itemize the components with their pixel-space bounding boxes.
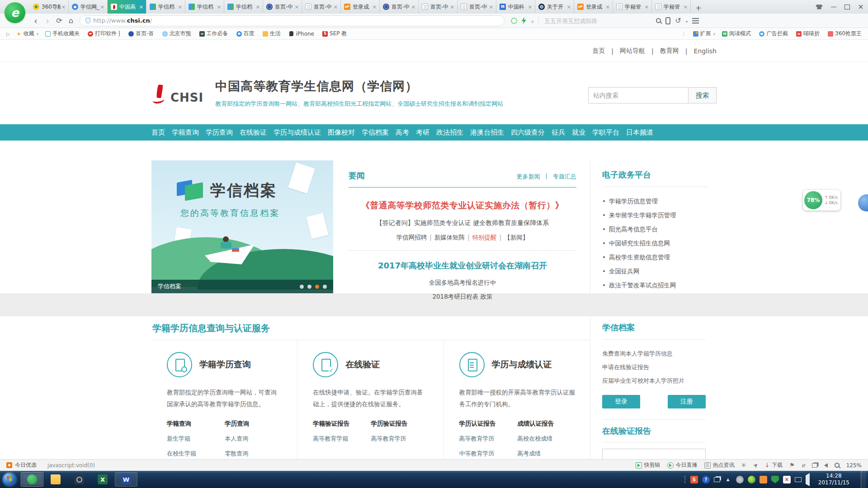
maximize-icon[interactable]	[844, 5, 850, 9]
service-link[interactable]: 高等教育学历	[459, 435, 518, 443]
browser-tab[interactable]: 登录成 ×	[341, 0, 380, 14]
tab-close-icon[interactable]: ×	[683, 4, 689, 10]
status-tool[interactable]: 今日直播	[667, 461, 698, 469]
main-nav-link[interactable]: 考研	[416, 128, 429, 137]
taskbar-app-explorer[interactable]	[44, 472, 67, 487]
rocket-icon[interactable]	[753, 462, 758, 469]
taskbar-app-viewer[interactable]	[68, 472, 90, 487]
topics-link[interactable]: 专题汇总	[553, 173, 576, 181]
tab-close-icon[interactable]: ×	[605, 4, 611, 10]
browser-tab[interactable]: 首页-中 ×	[263, 0, 302, 14]
bookmark-item[interactable]: 工作必备	[199, 30, 230, 38]
bookmark-item[interactable]: SEP 教	[322, 30, 349, 38]
tab-close-icon[interactable]: ×	[138, 4, 144, 10]
taskbar-clock[interactable]: 14:28 2017/11/15	[814, 473, 854, 486]
skin-icon[interactable]	[816, 5, 823, 9]
bookmarks-expand-icon[interactable]	[6, 31, 10, 37]
start-button[interactable]	[3, 473, 16, 486]
browser-tab[interactable]: 首页-中 ×	[458, 0, 496, 14]
site-logo[interactable]: CHSI	[151, 84, 203, 104]
network-icon[interactable]	[795, 477, 802, 482]
bookmark-item[interactable]: 北京市预	[162, 30, 193, 38]
browser-logo-icon[interactable]	[5, 2, 25, 23]
egov-link[interactable]: 中国研究生招生信息网	[602, 236, 708, 250]
carousel-dot[interactable]	[323, 285, 327, 289]
main-nav-link[interactable]: 首页	[151, 128, 165, 137]
speaker-icon[interactable]	[824, 463, 828, 468]
browser-tab[interactable]: 学信档 ×	[146, 0, 185, 14]
news-inline-link[interactable]: 新媒体矩阵	[434, 234, 465, 241]
window-switch-icon[interactable]	[714, 477, 720, 482]
windows-arrange-icon[interactable]	[812, 463, 817, 468]
menu-icon[interactable]	[692, 20, 699, 21]
service-link[interactable]: 高等教育学历	[371, 435, 429, 443]
main-nav-link[interactable]: 学职平台	[592, 128, 619, 137]
service-link[interactable]: 高考成绩	[517, 450, 576, 458]
tab-close-icon[interactable]: ×	[644, 4, 650, 10]
egov-link[interactable]: 来华留学生学籍学历管理	[602, 208, 708, 222]
news-inline-link[interactable]: 学信网招聘	[396, 234, 427, 241]
status-tool[interactable]: 热点资讯	[704, 461, 735, 469]
site-search-button[interactable]: 搜索	[689, 87, 717, 103]
carousel-dot[interactable]	[300, 285, 304, 289]
pinwheel-icon[interactable]	[741, 462, 746, 469]
bookmark-item[interactable]: 手机收藏夹	[45, 30, 81, 38]
news-inline-link[interactable]: |	[429, 234, 432, 241]
bookmark-item[interactable]: 生活	[263, 30, 283, 38]
service-link[interactable]: 在校生学籍	[167, 450, 225, 458]
browser-tab[interactable]: 中国高 ×	[108, 0, 146, 14]
main-nav-link[interactable]: 在线验证	[240, 128, 267, 137]
chevron-down-icon[interactable]	[531, 16, 534, 25]
taskbar-app-browser[interactable]	[21, 472, 43, 487]
tab-close-icon[interactable]: ×	[61, 4, 66, 10]
forward-icon[interactable]	[42, 16, 53, 26]
daily-picks-label[interactable]: 今日优选	[15, 461, 37, 469]
top-nav-link[interactable]: |	[685, 47, 688, 55]
tab-close-icon[interactable]: ×	[527, 4, 533, 10]
url-box[interactable]: http://www.chsi.cn/	[80, 15, 505, 26]
tab-close-icon[interactable]: ×	[410, 4, 416, 10]
zoom-icon[interactable]	[835, 463, 840, 468]
browser-tab[interactable]: 首页-中 ×	[380, 0, 419, 14]
browser-tab[interactable]: 登录成 ×	[574, 0, 613, 14]
main-nav-link[interactable]: 高考	[396, 128, 409, 137]
carousel[interactable]: 学信档案 您的高等教育信息档案 学信档案	[151, 160, 333, 293]
ie-mode-icon[interactable]	[802, 462, 805, 469]
main-nav-link[interactable]: 学信档案	[362, 128, 389, 137]
site-security-icon[interactable]	[85, 18, 90, 23]
main-nav-link[interactable]: 日本频道	[626, 128, 653, 137]
tab-close-icon[interactable]: ×	[177, 4, 183, 10]
tab-close-icon[interactable]: ×	[294, 4, 300, 10]
news-line[interactable]: 全国多地高考报名进行中	[349, 279, 576, 287]
service-link[interactable]: 零散查询	[225, 450, 283, 458]
browser-tab[interactable]: 首页-中 ×	[302, 0, 341, 14]
bookmark-item[interactable]: 首页-首	[128, 30, 156, 38]
360-wheel-icon[interactable]	[511, 18, 517, 24]
speed-widget[interactable]: 78% ↑0K/s ↓0K/s	[803, 190, 840, 211]
tab-close-icon[interactable]: ×	[488, 4, 494, 10]
news-inline-link[interactable]: |	[500, 234, 502, 241]
news-line[interactable]: 2018考研日程表 政策	[349, 293, 576, 301]
memory-percent-badge[interactable]: 78%	[804, 191, 822, 209]
service-link[interactable]: 高等教育学籍	[313, 435, 371, 443]
undo-menu-caret-icon[interactable]	[686, 16, 688, 25]
verify-input[interactable]	[602, 449, 706, 459]
search-icon[interactable]	[656, 18, 661, 23]
flag-icon[interactable]	[789, 462, 795, 469]
service-link[interactable]: 新生学籍	[167, 435, 225, 443]
news-headline-secondary[interactable]: 2017年高校毕业生就业创业研讨会在湖南召开	[349, 260, 576, 271]
main-nav-link[interactable]: 学籍查询	[172, 128, 199, 137]
reader-tray-icon[interactable]	[760, 476, 767, 483]
browser-tab[interactable]: 学籍管 ×	[652, 0, 691, 14]
tab-close-icon[interactable]: ×	[566, 4, 572, 10]
taskbar-app-excel[interactable]	[91, 472, 114, 487]
egov-link[interactable]: 高校学生资助信息管理	[602, 250, 708, 264]
help-icon[interactable]	[702, 476, 710, 483]
download-label[interactable]: 下载	[772, 461, 783, 469]
site-search-input[interactable]	[588, 87, 689, 103]
volume-icon[interactable]	[806, 475, 810, 484]
browser-tab[interactable]: 学信网_ ×	[69, 0, 108, 14]
browser-tab[interactable]: 学信档 ×	[185, 0, 224, 14]
main-nav-link[interactable]: 港澳台招生	[470, 128, 504, 137]
browser-tab[interactable]: 360导航 ×	[30, 0, 69, 14]
